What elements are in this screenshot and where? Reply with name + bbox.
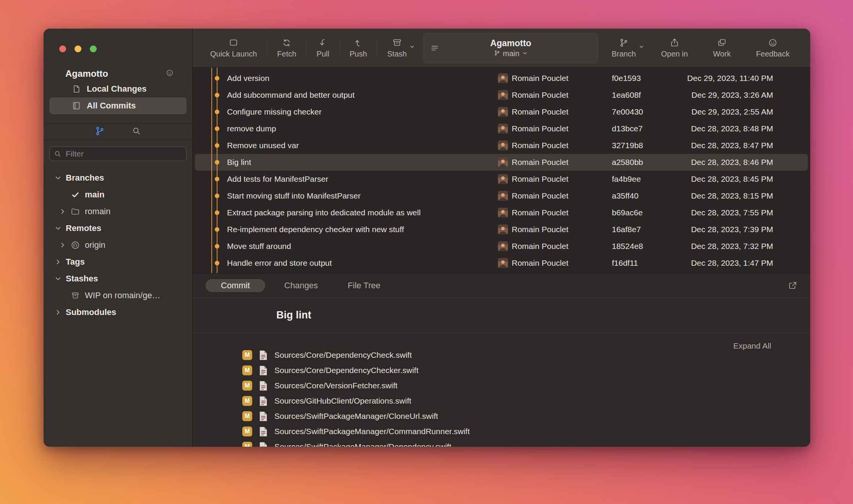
chevron-down-icon	[522, 49, 528, 58]
folder-icon	[70, 208, 80, 215]
commit-message: Add subcommand and better output	[227, 90, 498, 100]
sidebar-item-local-changes[interactable]: Local Changes	[49, 81, 186, 97]
commit-row[interactable]: Add subcommand and better output Romain …	[195, 87, 808, 103]
commit-author: Romain Pouclet	[512, 174, 612, 184]
tab-file-tree[interactable]: File Tree	[337, 279, 391, 292]
sidebar-mode-search-button[interactable]	[128, 125, 145, 139]
file-row[interactable]: M Sources/SwiftPackageManager/Dependency…	[193, 439, 810, 447]
file-row[interactable]: M Sources/SwiftPackageManager/CommandRun…	[193, 424, 810, 439]
toolbar-repo-title: Agamotto	[490, 38, 531, 48]
tree-item-origin[interactable]: origin	[44, 237, 192, 254]
toolbar-button-feedback[interactable]: Feedback	[748, 37, 797, 58]
chevron-down-icon[interactable]	[54, 174, 66, 182]
commit-hash: b69ac6e	[612, 208, 677, 217]
commit-hash: f16df11	[612, 258, 677, 268]
chevron-right-icon[interactable]	[54, 258, 66, 266]
commit-row[interactable]: Re-implement dependency checker with new…	[195, 221, 808, 238]
tree-item-wip-on-romain-ge[interactable]: WIP on romain/ge…	[44, 287, 192, 304]
tab-changes[interactable]: Changes	[274, 279, 329, 292]
toolbar-button-open-in[interactable]: Open in	[654, 37, 696, 58]
work-icon	[717, 37, 727, 48]
modified-badge: M	[242, 381, 252, 391]
commit-row[interactable]: Extract package parsing into dedicated m…	[195, 204, 808, 221]
all-commits-icon	[71, 101, 81, 110]
file-path: Sources/Core/VersionFetcher.swift	[274, 381, 397, 390]
commit-message: Add tests for ManifestParser	[227, 174, 498, 184]
toolbar-button-branch[interactable]: Branch	[604, 37, 643, 58]
commit-graph-dot	[215, 261, 219, 265]
file-row[interactable]: M Sources/GitHubClient/Operations.swift	[193, 393, 810, 409]
commit-row[interactable]: Configure missing checker Romain Pouclet…	[195, 103, 808, 120]
commit-graph-dot	[215, 210, 219, 215]
commit-date: Dec 28, 2023, 8:45 PM	[677, 174, 773, 184]
commit-author: Romain Pouclet	[512, 141, 612, 150]
toolbar-button-fetch[interactable]: Fetch	[269, 37, 304, 58]
tree-item-submodules[interactable]: Submodules	[44, 304, 192, 321]
open-in-window-button[interactable]	[788, 281, 798, 291]
commit-row[interactable]: Add version Romain Pouclet f0e1593 Dec 2…	[195, 70, 808, 87]
commit-graph-dot	[215, 194, 219, 198]
avatar	[498, 157, 508, 167]
toolbar-button-push[interactable]: Push	[342, 37, 375, 58]
chevron-right-icon[interactable]	[59, 208, 70, 215]
chevron-right-icon[interactable]	[59, 241, 70, 249]
commit-date: Dec 29, 2023, 3:26 AM	[677, 90, 773, 100]
search-icon	[131, 126, 141, 137]
toolbar-separator	[339, 39, 340, 57]
commit-row[interactable]: Add tests for ManifestParser Romain Pouc…	[195, 171, 808, 187]
tree-item-romain[interactable]: romain	[44, 203, 192, 220]
chevron-down-icon[interactable]	[54, 275, 66, 283]
chevron-down-icon[interactable]	[54, 225, 66, 232]
sidebar-mode-branches-button[interactable]	[91, 125, 108, 139]
file-row[interactable]: M Sources/Core/DependencyChecker.swift	[193, 363, 810, 378]
minimize-button[interactable]	[75, 45, 81, 52]
commit-message: Start moving stuff into ManifestParser	[227, 191, 498, 200]
tree-item-remotes[interactable]: Remotes	[44, 220, 192, 237]
commit-hash: 32719b8	[612, 141, 677, 150]
tree-item-main[interactable]: main	[44, 186, 192, 203]
file-icon	[259, 365, 268, 376]
toolbar-current-branch[interactable]: main	[494, 49, 528, 58]
file-row[interactable]: M Sources/SwiftPackageManager/CloneUrl.s…	[193, 409, 810, 424]
avatar	[498, 174, 508, 184]
avatar	[498, 258, 508, 268]
sidebar-item-all-commits[interactable]: All Commits	[49, 97, 186, 114]
zoom-button[interactable]	[90, 45, 97, 52]
file-row[interactable]: M Sources/Core/VersionFetcher.swift	[193, 378, 810, 393]
filter-input[interactable]	[49, 147, 186, 161]
commit-row[interactable]: Handle error and store output Romain Pou…	[195, 255, 808, 271]
toolbar-button-quick-launch[interactable]: Quick Launch	[203, 37, 264, 58]
commit-detail-header: Big lint	[193, 298, 810, 333]
changed-files-list: Expand All M Sources/Core/DependencyChec…	[193, 333, 810, 447]
file-icon	[259, 396, 268, 406]
avatar	[498, 124, 508, 134]
commit-row[interactable]: Start moving stuff into ManifestParser R…	[195, 187, 808, 204]
commit-row[interactable]: Remove unused var Romain Pouclet 32719b8…	[195, 137, 808, 154]
tree-item-stashes[interactable]: Stashes	[44, 270, 192, 287]
local-changes-icon	[71, 84, 81, 94]
repo-switcher[interactable]: Agamotto main	[423, 32, 598, 64]
file-row[interactable]: M Sources/Core/DependencyCheck.swift	[193, 347, 810, 363]
toolbar-button-work[interactable]: Work	[705, 37, 738, 58]
stash-icon	[70, 291, 80, 300]
commit-row[interactable]: Big lint Romain Pouclet a2580bb Dec 28, …	[195, 154, 808, 171]
tree-item-branches[interactable]: Branches	[44, 170, 192, 186]
expand-all-button[interactable]: Expand All	[733, 341, 771, 351]
avatar	[498, 225, 508, 234]
tree-item-tags[interactable]: Tags	[44, 254, 192, 270]
commit-row[interactable]: Move stuff around Romain Pouclet 18524e8…	[195, 238, 808, 255]
toolbar-button-pull[interactable]: Pull	[309, 37, 337, 58]
commit-detail-title: Big lint	[276, 309, 311, 321]
toolbar-button-stash[interactable]: Stash	[379, 37, 414, 58]
list-filter-icon[interactable]	[430, 44, 439, 53]
commit-date: Dec 28, 2023, 7:55 PM	[677, 208, 773, 217]
toolbar-left-group: Quick Launch Fetch Pull Push Stash	[203, 37, 414, 58]
avatar	[498, 241, 508, 251]
commit-date: Dec 28, 2023, 7:32 PM	[677, 242, 773, 251]
file-path: Sources/SwiftPackageManager/CloneUrl.swi…	[274, 412, 438, 421]
repo-options-button[interactable]	[165, 69, 174, 79]
commit-row[interactable]: remove dump Romain Pouclet d13bce7 Dec 2…	[195, 120, 808, 137]
tab-commit[interactable]: Commit	[206, 279, 265, 292]
close-button[interactable]	[59, 45, 66, 52]
chevron-right-icon[interactable]	[54, 309, 66, 316]
